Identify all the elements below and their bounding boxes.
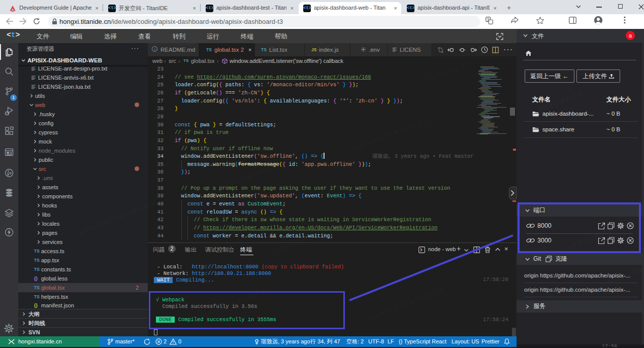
- svg-text:文: 文: [487, 17, 490, 21]
